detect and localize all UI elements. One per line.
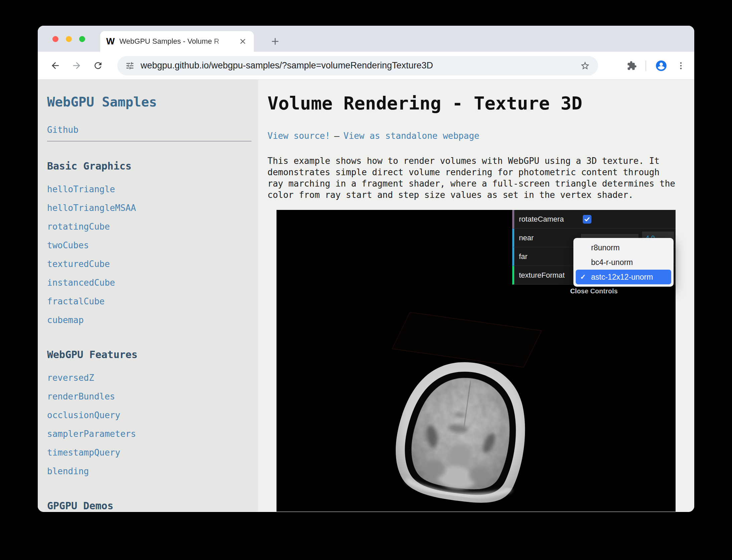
gui-row-rotateCamera: rotateCamera	[512, 210, 676, 229]
sidebar-link-helloTriangleMSAA[interactable]: helloTriangleMSAA	[47, 203, 136, 213]
checkmark-icon	[584, 216, 590, 222]
window-zoom-button[interactable]	[79, 36, 85, 42]
list-item: cubemap	[47, 311, 251, 330]
sample-canvas[interactable]: rotateCamera near 4.0 far	[277, 210, 676, 512]
new-tab-button[interactable]	[268, 34, 282, 48]
sample-description: This example shows how to render volumes…	[267, 155, 678, 201]
section-heading-gpgpu-demos: GPGPU Demos	[47, 500, 251, 512]
github-link[interactable]: Github	[47, 125, 78, 135]
list-item: instancedCube	[47, 274, 251, 293]
profile-avatar-icon[interactable]	[655, 59, 668, 72]
list-item: blending	[47, 463, 251, 481]
list-item: helloTriangleMSAA	[47, 199, 251, 218]
navigation-bar: webgpu.github.io/webgpu-samples/?sample=…	[38, 52, 694, 80]
section-heading-webgpu-features: WebGPU Features	[47, 349, 251, 360]
sidebar-link-helloTriangle[interactable]: helloTriangle	[47, 184, 115, 194]
reload-button[interactable]	[89, 57, 107, 74]
page-content: WebGPU Samples Github Basic Graphics hel…	[38, 80, 694, 512]
bookmark-star-icon[interactable]	[580, 61, 590, 71]
list-item: reversedZ	[47, 369, 251, 388]
sidebar-link-blending[interactable]: blending	[47, 466, 89, 476]
list-item: timestampQuery	[47, 444, 251, 463]
extensions-puzzle-icon[interactable]	[627, 61, 637, 71]
dropdown-option-label: astc-12x12-unorm	[591, 273, 653, 281]
sidebar-link-instancedCube[interactable]: instancedCube	[47, 278, 115, 288]
gui-label-rotateCamera: rotateCamera	[519, 210, 564, 228]
list-item: renderBundles	[47, 388, 251, 406]
list-item: samplerParameters	[47, 425, 251, 444]
dropdown-option-label: bc4-r-unorm	[591, 258, 633, 267]
webgpu-favicon-icon: W	[106, 37, 115, 46]
textureFormat-dropdown: r8unorm bc4-r-unorm ✓ astc-12x12-unorm	[573, 238, 674, 287]
site-controls-tune-icon[interactable]	[125, 61, 135, 70]
window-close-button[interactable]	[52, 36, 58, 42]
section-heading-basic-graphics: Basic Graphics	[47, 160, 251, 172]
sample-main: Volume Rendering - Texture 3D View sourc…	[258, 80, 694, 512]
tab-close-icon[interactable]	[238, 36, 248, 46]
dropdown-option-r8unorm[interactable]: r8unorm	[576, 240, 671, 255]
forward-button[interactable]	[68, 57, 85, 74]
rotateCamera-checkbox[interactable]	[583, 215, 591, 224]
sidebar-link-occlusionQuery[interactable]: occlusionQuery	[47, 410, 120, 420]
links-dash: —	[334, 131, 340, 141]
standalone-link[interactable]: View as standalone webpage	[344, 131, 480, 141]
list-item: helloTriangle	[47, 181, 251, 199]
window-minimize-button[interactable]	[66, 36, 72, 42]
sidebar-link-reversedZ[interactable]: reversedZ	[47, 373, 94, 383]
sidebar-divider	[47, 141, 251, 142]
tab-strip: W WebGPU Samples - Volume R	[38, 26, 694, 52]
sidebar-link-samplerParameters[interactable]: samplerParameters	[47, 429, 136, 439]
dropdown-option-bc4-r-unorm[interactable]: bc4-r-unorm	[576, 255, 671, 270]
browser-window: W WebGPU Samples - Volume R webgpu.githu…	[38, 26, 694, 512]
gui-label-near: near	[519, 229, 534, 247]
gui-label-far: far	[519, 247, 528, 266]
list-item: fractalCube	[47, 293, 251, 311]
dropdown-option-label: r8unorm	[591, 243, 620, 252]
url-bar[interactable]: webgpu.github.io/webgpu-samples/?sample=…	[117, 56, 598, 75]
list-item: occlusionQuery	[47, 406, 251, 425]
sidebar-link-renderBundles[interactable]: renderBundles	[47, 391, 115, 401]
url-text: webgpu.github.io/webgpu-samples/?sample=…	[141, 60, 574, 71]
gui-label-textureFormat: textureFormat	[519, 266, 565, 284]
samples-sidebar: WebGPU Samples Github Basic Graphics hel…	[38, 80, 258, 512]
sidebar-link-twoCubes[interactable]: twoCubes	[47, 240, 89, 250]
three-dot-menu-icon[interactable]	[676, 61, 686, 70]
page-title: Volume Rendering - Texture 3D	[267, 93, 694, 114]
tab-title: WebGPU Samples - Volume R	[119, 37, 233, 46]
sample-list-webgpu-features: reversedZ renderBundles occlusionQuery s…	[47, 369, 251, 481]
toolbar-separator	[646, 60, 646, 71]
sample-links-row: View source!—View as standalone webpage	[267, 130, 694, 142]
sidebar-link-fractalCube[interactable]: fractalCube	[47, 296, 105, 306]
traffic-lights	[52, 36, 85, 42]
browser-tab[interactable]: W WebGPU Samples - Volume R	[100, 31, 254, 52]
selected-checkmark-icon: ✓	[580, 270, 586, 284]
toolbar-right-cluster	[627, 59, 686, 72]
sample-list-basic-graphics: helloTriangle helloTriangleMSAA rotating…	[47, 181, 251, 330]
list-item: twoCubes	[47, 237, 251, 255]
sidebar-link-texturedCube[interactable]: texturedCube	[47, 259, 110, 269]
site-title: WebGPU Samples	[47, 94, 251, 110]
back-button[interactable]	[46, 57, 64, 74]
list-item: texturedCube	[47, 255, 251, 274]
list-item: rotatingCube	[47, 218, 251, 237]
sidebar-link-rotatingCube[interactable]: rotatingCube	[47, 222, 110, 232]
dropdown-option-astc-12x12-unorm[interactable]: ✓ astc-12x12-unorm	[576, 270, 671, 284]
mri-volume-render	[376, 337, 554, 512]
sidebar-link-cubemap[interactable]: cubemap	[47, 315, 84, 325]
sidebar-link-timestampQuery[interactable]: timestampQuery	[47, 448, 120, 458]
view-source-link[interactable]: View source!	[267, 131, 330, 141]
